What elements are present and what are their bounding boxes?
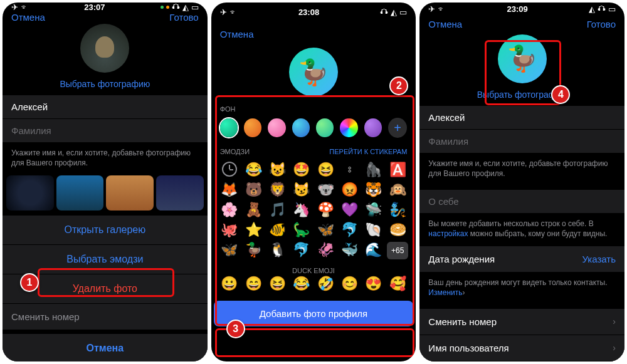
- emoji[interactable]: 🐳: [339, 242, 360, 259]
- emoji[interactable]: 😍: [363, 276, 384, 292]
- thumbnail[interactable]: [106, 175, 154, 211]
- emoji[interactable]: ⭐: [243, 222, 264, 238]
- done-button[interactable]: Готово: [169, 12, 198, 23]
- emoji[interactable]: 💜: [339, 202, 360, 218]
- emoji[interactable]: 🦊: [219, 182, 240, 198]
- more-emoji-button[interactable]: +65: [387, 242, 408, 259]
- avatar[interactable]: 🦆: [289, 48, 338, 96]
- username-row[interactable]: Имя пользователя ›: [419, 335, 624, 361]
- cancel-button[interactable]: Отмена: [428, 19, 462, 29]
- go-to-stickers-button[interactable]: ПЕРЕЙТИ К СТИКЕРАМ: [329, 148, 407, 155]
- emoji[interactable]: 🤣: [315, 276, 336, 292]
- emoji[interactable]: 🧸: [243, 202, 264, 218]
- add-profile-photo-button[interactable]: Добавить фото профиля: [214, 301, 414, 326]
- emoji[interactable]: 🥯: [387, 222, 408, 238]
- emoji[interactable]: 🦑: [315, 242, 336, 259]
- first-name-field[interactable]: Алексей: [3, 95, 208, 119]
- cancel-button[interactable]: Отмена: [11, 12, 45, 23]
- thumbnail[interactable]: [6, 175, 54, 211]
- choose-emoji-button[interactable]: Выбрать эмодзи: [3, 245, 208, 274]
- emoji[interactable]: 🦋: [315, 222, 336, 238]
- screen-2: ✈︎ᯤ 23:08 🎧︎◭▭ Отмена 🦆 ФОН + ЭМОДЗИ ПЕР…: [211, 3, 416, 361]
- chevron-right-icon: ›: [613, 316, 616, 326]
- thumbnail[interactable]: [56, 175, 104, 211]
- birthday-set-button[interactable]: Указать: [582, 254, 616, 264]
- open-gallery-button[interactable]: Открыть галерею: [3, 216, 208, 244]
- swatch[interactable]: [340, 118, 357, 137]
- swatch[interactable]: [268, 118, 285, 137]
- emoji[interactable]: 🧞: [387, 202, 408, 218]
- emoji[interactable]: 😡: [339, 182, 360, 198]
- nav-bar: Отмена Готово: [3, 12, 208, 23]
- emoji[interactable]: ⦂: [339, 162, 360, 178]
- birthday-change-link[interactable]: Изменить: [428, 288, 462, 297]
- settings-link[interactable]: настройках: [428, 229, 468, 238]
- swatch[interactable]: [220, 118, 238, 137]
- emoji[interactable]: 🤩: [291, 162, 312, 178]
- emoji[interactable]: 😺: [266, 162, 288, 178]
- emoji-category-label: DUCK EMOJI: [211, 263, 416, 276]
- choose-photo-button[interactable]: Выбрать фотографию: [419, 87, 624, 106]
- airplane-icon: ✈︎: [220, 8, 227, 17]
- choose-photo-button[interactable]: Выбрать фотографию: [3, 76, 208, 95]
- nav-bar: Отмена: [211, 21, 416, 46]
- emoji[interactable]: 🦋: [219, 242, 240, 259]
- headphones-icon: 🎧︎: [380, 8, 388, 17]
- emoji[interactable]: 🐨: [315, 182, 336, 198]
- emoji[interactable]: 🥰: [387, 276, 408, 292]
- emoji[interactable]: 😼: [291, 182, 312, 198]
- emoji[interactable]: 🦍: [363, 162, 384, 178]
- sheet-cancel-button[interactable]: Отмена: [3, 334, 208, 361]
- emoji[interactable]: 🌸: [219, 202, 240, 218]
- emoji[interactable]: 🐻: [243, 182, 264, 198]
- status-bar: ✈︎ᯤ 23:09 ◭🎧︎▭: [419, 3, 624, 16]
- swatch[interactable]: [316, 118, 334, 137]
- emoji[interactable]: 😀: [219, 276, 240, 292]
- emoji[interactable]: 😊: [339, 276, 360, 292]
- emoji[interactable]: 🦆: [243, 242, 264, 259]
- emoji[interactable]: 🍄: [315, 202, 336, 218]
- emoji[interactable]: 🦄: [291, 202, 312, 218]
- emoji[interactable]: 🐯: [363, 182, 384, 198]
- emoji[interactable]: 🙉: [387, 182, 408, 198]
- cancel-button[interactable]: Отмена: [220, 29, 254, 39]
- emoji[interactable]: 🐧: [266, 242, 288, 259]
- status-time: 23:09: [507, 4, 528, 14]
- emoji[interactable]: 😂: [291, 276, 312, 292]
- emoji[interactable]: 😆: [266, 276, 288, 292]
- emoji[interactable]: 🎵: [266, 202, 288, 218]
- change-number-row[interactable]: Сменить номер ›: [419, 309, 624, 335]
- recent-icon[interactable]: [219, 162, 240, 178]
- first-name-field[interactable]: Алексей: [419, 106, 624, 130]
- emoji[interactable]: 🐙: [219, 222, 240, 238]
- emoji[interactable]: 😆: [315, 162, 336, 178]
- battery-icon: ▭: [399, 8, 407, 17]
- emoji[interactable]: 🦕: [291, 222, 312, 238]
- emoji[interactable]: 🅰️: [387, 162, 408, 178]
- avatar[interactable]: [80, 24, 129, 73]
- swatch[interactable]: [244, 118, 261, 137]
- emoji[interactable]: 🦁: [266, 182, 288, 198]
- avatar[interactable]: 🦆: [498, 34, 547, 83]
- emoji[interactable]: 🌊: [363, 242, 384, 259]
- last-name-field[interactable]: Фамилия: [419, 130, 624, 153]
- add-swatch-button[interactable]: +: [388, 118, 407, 138]
- emoji[interactable]: 😂: [243, 162, 264, 178]
- emoji[interactable]: 🐬: [291, 242, 312, 259]
- birthday-row[interactable]: Дата рождения Указать: [419, 246, 624, 273]
- mic-indicator: [166, 6, 169, 9]
- swatch[interactable]: [364, 118, 382, 137]
- thumbnail[interactable]: [156, 175, 204, 211]
- emoji[interactable]: 🐬: [339, 222, 360, 238]
- emoji[interactable]: 😄: [243, 276, 264, 292]
- emoji[interactable]: 🛸: [363, 202, 384, 218]
- wifi-icon: ᯤ: [229, 8, 238, 17]
- screen-1: ✈︎ ᯤ 23:07 🎧︎ ◭ ▭ Отмена Готово Выбрать …: [3, 3, 208, 361]
- status-time: 23:08: [298, 8, 319, 17]
- emoji[interactable]: 🐚: [363, 222, 384, 238]
- emoji[interactable]: 🐠: [266, 222, 288, 238]
- done-button[interactable]: Готово: [587, 19, 616, 29]
- about-field[interactable]: О себе: [419, 190, 624, 214]
- last-name-field[interactable]: Фамилия: [3, 119, 208, 143]
- swatch[interactable]: [292, 118, 310, 137]
